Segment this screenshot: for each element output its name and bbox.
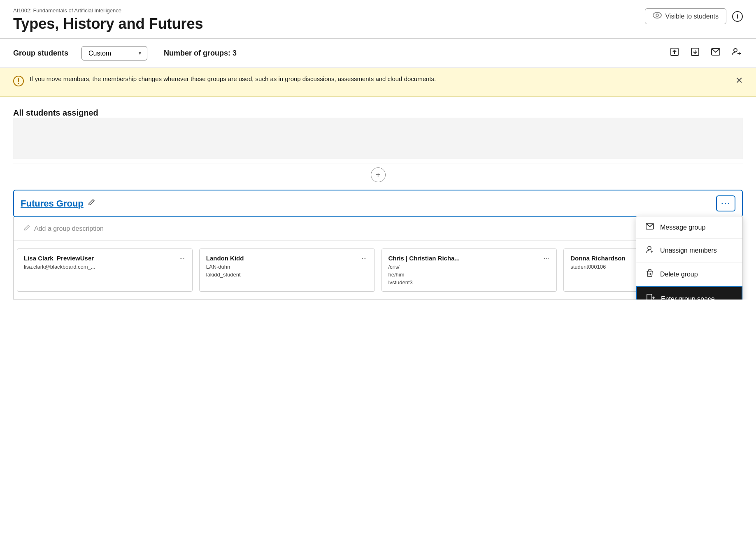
student-more-button-1[interactable]: ··· <box>361 255 368 262</box>
close-icon: ✕ <box>735 75 743 86</box>
group-body: Add a group description Lisa Clark_Previ… <box>13 217 743 300</box>
visible-to-students-button[interactable]: Visible to students <box>645 8 726 24</box>
group-description-placeholder: Add a group description <box>34 225 104 232</box>
student-card-header-0: Lisa Clark_PreviewUser ··· <box>24 255 186 262</box>
group-students-label: Group students <box>13 49 68 58</box>
header-right-actions: Visible to students i <box>645 8 743 24</box>
visible-btn-label: Visible to students <box>665 13 719 20</box>
student-card-header-2: Chris | Christian Richa... ··· <box>388 255 550 262</box>
warning-close-button[interactable]: ✕ <box>735 75 743 86</box>
student-info2-1: lakidd_student <box>206 272 368 278</box>
all-assigned-area <box>13 118 743 159</box>
dropdown-delete-group[interactable]: Delete group <box>636 262 742 286</box>
group-students-select-wrapper: Custom Random Manual ▼ <box>81 46 147 60</box>
add-group-button[interactable]: + <box>371 167 386 182</box>
warning-banner: If you move members, the membership chan… <box>0 68 756 97</box>
info-icon-button[interactable]: i <box>732 11 743 22</box>
students-row: Lisa Clark_PreviewUser ··· lisa.clark@bl… <box>14 241 742 295</box>
edit-group-name-button[interactable] <box>88 199 95 208</box>
student-more-button-2[interactable]: ··· <box>543 255 550 262</box>
upload-button[interactable] <box>668 45 681 61</box>
toolbar-right <box>668 45 743 61</box>
enter-group-space-icon <box>646 294 655 300</box>
dropdown-message-group[interactable]: Message group <box>636 216 742 239</box>
delete-group-icon <box>645 269 654 279</box>
group-name-area: Futures Group <box>21 198 95 209</box>
more-icon: ··· <box>721 199 730 208</box>
download-button[interactable] <box>689 45 702 61</box>
add-group-divider: + <box>13 163 743 186</box>
message-button[interactable] <box>709 45 722 61</box>
dropdown-enter-group-space-label: Enter group space <box>661 295 715 300</box>
svg-point-1 <box>656 14 658 16</box>
group-header: Futures Group ··· <box>13 190 743 217</box>
dropdown-enter-group-space[interactable]: Enter group space <box>636 286 742 300</box>
all-assigned-section: All students assigned <box>0 97 756 163</box>
page-header: AI1002: Fundamentals of Artificial Intel… <box>0 0 756 39</box>
add-user-button[interactable] <box>730 45 743 61</box>
group-desc-edit-icon <box>23 225 30 233</box>
plus-icon: + <box>376 171 381 179</box>
warning-icon <box>13 76 24 89</box>
page-title: Types, History and Futures <box>13 15 743 33</box>
student-name-3: Donna Richardson <box>570 255 625 262</box>
toolbar: Group students Custom Random Manual ▼ Nu… <box>0 39 756 68</box>
student-info1-1: LAN-duhn <box>206 264 368 270</box>
group-name[interactable]: Futures Group <box>21 198 84 209</box>
student-more-button-0[interactable]: ··· <box>178 255 185 262</box>
course-title: AI1002: Fundamentals of Artificial Intel… <box>13 7 743 14</box>
student-info-0: lisa.clark@blackboard.com_... <box>24 264 186 270</box>
student-name-1: Landon Kidd <box>206 255 244 262</box>
student-info3-2: lvstudent3 <box>388 279 550 286</box>
dropdown-unassign-members[interactable]: Unassign members <box>636 239 742 262</box>
svg-point-12 <box>18 83 19 84</box>
group-description[interactable]: Add a group description <box>14 217 742 241</box>
svg-point-14 <box>648 246 651 250</box>
dropdown-delete-group-label: Delete group <box>660 271 698 278</box>
dropdown-message-group-label: Message group <box>660 224 705 231</box>
group-section: Futures Group ··· Message group Unassign… <box>0 190 756 300</box>
student-card-1: Landon Kidd ··· LAN-duhn lakidd_student <box>199 248 375 292</box>
student-card-0: Lisa Clark_PreviewUser ··· lisa.clark@bl… <box>17 248 193 292</box>
dropdown-unassign-members-label: Unassign members <box>660 247 717 254</box>
svg-point-0 <box>653 12 661 18</box>
group-more-button[interactable]: ··· <box>716 195 735 211</box>
student-name-2: Chris | Christian Richa... <box>388 255 460 262</box>
student-info2-2: he/him <box>388 272 550 278</box>
dropdown-menu: Message group Unassign members Delete gr… <box>636 216 743 300</box>
svg-point-7 <box>734 49 737 52</box>
student-card-header-1: Landon Kidd ··· <box>206 255 368 262</box>
group-students-select[interactable]: Custom Random Manual <box>81 46 147 60</box>
student-info1-2: /cris/ <box>388 264 550 270</box>
student-name-0: Lisa Clark_PreviewUser <box>24 255 94 262</box>
message-group-icon <box>645 223 654 232</box>
all-assigned-title: All students assigned <box>13 108 743 118</box>
number-of-groups: Number of groups: 3 <box>164 49 237 58</box>
student-card-2: Chris | Christian Richa... ··· /cris/ he… <box>381 248 557 292</box>
eye-icon <box>653 12 662 21</box>
unassign-members-icon <box>645 245 654 255</box>
warning-text: If you move members, the membership chan… <box>30 75 730 82</box>
svg-rect-19 <box>647 294 652 300</box>
